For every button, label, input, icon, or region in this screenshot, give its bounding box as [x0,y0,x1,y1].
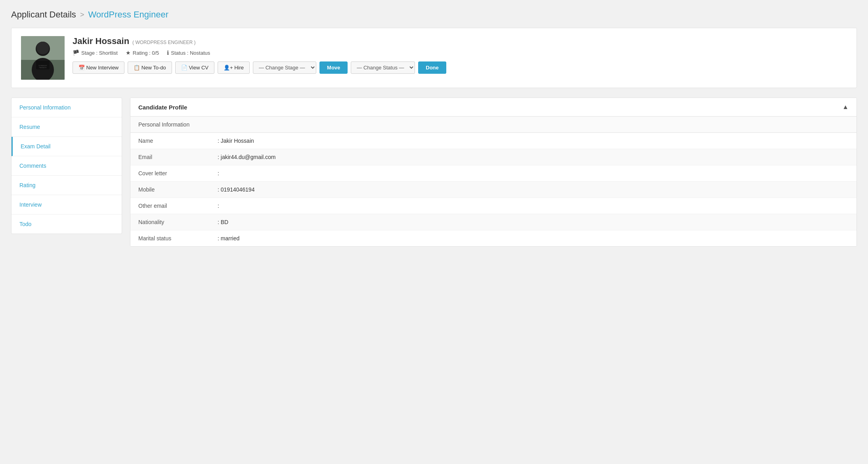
profile-table: Name : Jakir Hossain Email : jakir44.du@… [130,133,857,246]
flag-icon: 🏴 [73,50,79,56]
change-status-select[interactable]: — Change Status — [351,61,415,74]
breadcrumb-current[interactable]: WordPress Engineer [88,10,168,20]
field-label: Nationality [130,214,210,230]
table-row: Marital status : married [130,230,857,247]
sidebar: Personal Information Resume Exam Detail … [11,98,122,234]
star-icon: ★ [126,50,131,56]
field-label: Other email [130,198,210,214]
table-row: Email : jakir44.du@gmail.com [130,149,857,165]
main-content: Personal Information Resume Exam Detail … [11,98,857,247]
change-stage-select[interactable]: — Change Stage — [253,61,316,74]
field-label: Email [130,149,210,165]
table-row: Other email : [130,198,857,214]
sidebar-item-personal-information[interactable]: Personal Information [11,98,122,117]
field-label: Cover letter [130,165,210,182]
field-value: : [210,198,857,214]
rating-meta: ★ Rating : 0/5 [126,50,159,56]
avatar: S-FREIGHT FRAGMENTS [21,36,65,80]
field-label: Marital status [130,230,210,247]
move-button[interactable]: Move [319,61,348,74]
breadcrumb-parent: Applicant Details [11,10,76,20]
field-label: Mobile [130,182,210,198]
profile-panel-title: Candidate Profile [138,104,187,111]
applicant-role: ( WORDPRESS ENGINEER ) [132,40,195,45]
svg-text:FRAGMENTS: FRAGMENTS [39,67,47,69]
rating-label: Rating : 0/5 [133,50,159,56]
sidebar-item-comments[interactable]: Comments [11,156,122,176]
status-meta: ℹ Status : Nostatus [167,50,210,56]
breadcrumb: Applicant Details > WordPress Engineer [11,10,857,20]
svg-point-4 [36,42,49,54]
applicant-card: S-FREIGHT FRAGMENTS Jakir Hossain ( WORD… [11,28,857,88]
svg-text:S-FREIGHT: S-FREIGHT [38,65,47,67]
applicant-name: Jakir Hossain [73,36,129,46]
sidebar-item-exam-detail[interactable]: Exam Detail [11,137,122,156]
table-row: Cover letter : [130,165,857,182]
view-cv-button[interactable]: 📄 View CV [175,61,214,74]
status-label: Status : Nostatus [171,50,210,56]
table-row: Mobile : 01914046194 [130,182,857,198]
field-value: : 01914046194 [210,182,857,198]
hire-button[interactable]: 👤+ Hire [218,61,250,74]
breadcrumb-separator: > [80,11,84,19]
stage-label: Stage : Shortlist [81,50,118,56]
applicant-meta: 🏴 Stage : Shortlist ★ Rating : 0/5 ℹ Sta… [73,50,847,56]
info-icon: ℹ [167,50,169,56]
stage-meta: 🏴 Stage : Shortlist [73,50,118,56]
profile-panel-header: Candidate Profile ▲ [130,98,857,117]
profile-panel: Candidate Profile ▲ Personal Information… [130,98,857,247]
done-button[interactable]: Done [418,61,446,74]
sidebar-item-resume[interactable]: Resume [11,117,122,137]
new-interview-button[interactable]: 📅 New Interview [73,61,124,74]
field-value: : jakir44.du@gmail.com [210,149,857,165]
table-row: Name : Jakir Hossain [130,133,857,149]
field-value: : Jakir Hossain [210,133,857,149]
sidebar-item-todo[interactable]: Todo [11,215,122,234]
field-value: : married [210,230,857,247]
profile-section-header: Personal Information [130,117,857,133]
field-value: : BD [210,214,857,230]
applicant-info: Jakir Hossain ( WORDPRESS ENGINEER ) 🏴 S… [73,36,847,74]
applicant-actions: 📅 New Interview 📋 New To-do 📄 View CV 👤+… [73,61,847,74]
field-value: : [210,165,857,182]
collapse-icon[interactable]: ▲ [842,104,849,111]
sidebar-item-rating[interactable]: Rating [11,176,122,195]
table-row: Nationality : BD [130,214,857,230]
sidebar-item-interview[interactable]: Interview [11,195,122,215]
new-todo-button[interactable]: 📋 New To-do [128,61,172,74]
field-label: Name [130,133,210,149]
